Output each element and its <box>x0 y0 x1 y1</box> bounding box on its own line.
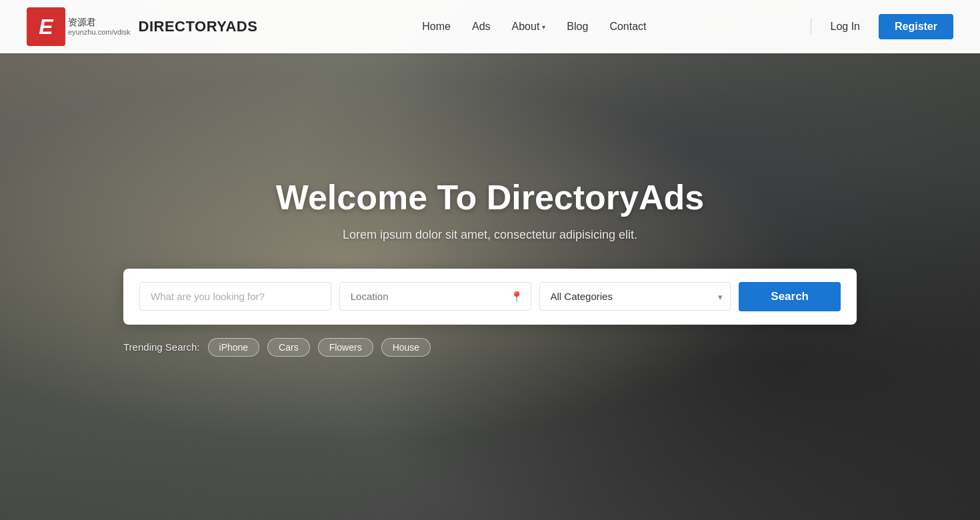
trending-tag-iphone[interactable]: iPhone <box>208 338 260 357</box>
navbar: E 资源君 eyunzhu.com/vdisk DIRECTORYADS Hom… <box>0 0 980 53</box>
logo-chinese: 资源君 <box>68 17 131 27</box>
trending-tag-cars[interactable]: Cars <box>267 338 310 357</box>
logo-e-icon: E <box>27 7 65 46</box>
nav-contact[interactable]: Contact <box>609 21 646 33</box>
trending-label: Trending Search: <box>123 341 200 353</box>
hero-section: Welcome To DirectoryAds Lorem ipsum dolo… <box>0 53 980 520</box>
hero-title: Welcome To DirectoryAds <box>276 177 704 217</box>
nav-about[interactable]: About ▾ <box>512 21 546 33</box>
search-what-wrap <box>139 282 331 311</box>
search-button[interactable]: Search <box>739 282 841 311</box>
search-category-wrap: All Categories ▾ <box>539 282 731 311</box>
trending-section: Trending Search: iPhone Cars Flowers Hou… <box>0 338 431 357</box>
navbar-right: Log In Register <box>811 14 953 39</box>
location-icon: 📍 <box>510 290 523 303</box>
trending-tag-flowers[interactable]: Flowers <box>318 338 373 357</box>
search-location-input[interactable] <box>339 282 531 311</box>
search-what-input[interactable] <box>139 282 331 311</box>
chevron-down-icon: ▾ <box>542 23 545 31</box>
navbar-left: E 资源君 eyunzhu.com/vdisk DIRECTORYADS <box>27 7 257 46</box>
trending-tag-house[interactable]: House <box>381 338 431 357</box>
category-select[interactable]: All Categories <box>539 282 731 311</box>
nav-home[interactable]: Home <box>422 21 451 33</box>
nav-ads[interactable]: Ads <box>472 21 491 33</box>
register-button[interactable]: Register <box>879 14 953 39</box>
nav-divider <box>811 19 811 35</box>
login-button[interactable]: Log In <box>822 15 867 38</box>
site-name: DIRECTORYADS <box>139 18 258 35</box>
logo[interactable]: E 资源君 eyunzhu.com/vdisk <box>27 7 131 46</box>
logo-url: eyunzhu.com/vdisk <box>68 28 131 36</box>
hero-subtitle: Lorem ipsum dolor sit amet, consectetur … <box>343 228 637 242</box>
logo-text: 资源君 eyunzhu.com/vdisk <box>68 17 131 35</box>
nav-links: Home Ads About ▾ Blog Contact <box>422 21 646 33</box>
search-bar: 📍 All Categories ▾ Search <box>123 269 857 325</box>
nav-blog[interactable]: Blog <box>567 21 588 33</box>
search-location-wrap: 📍 <box>339 282 531 311</box>
